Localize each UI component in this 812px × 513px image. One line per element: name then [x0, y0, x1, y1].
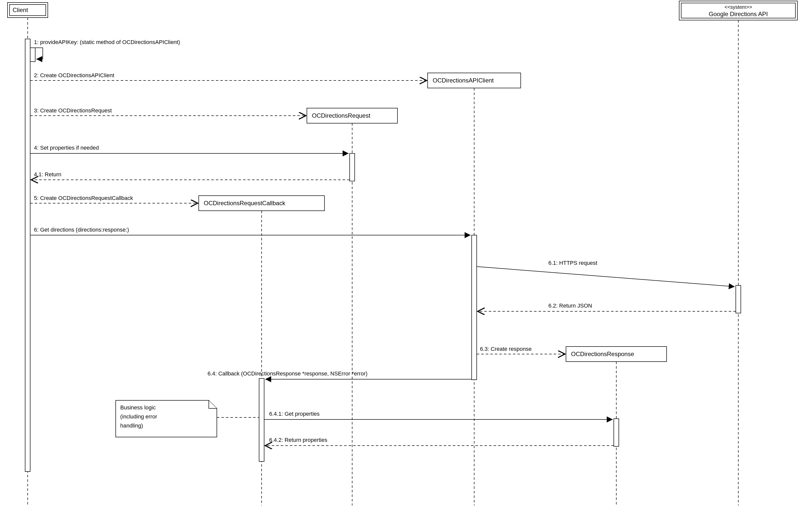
- activation-api-client: [472, 235, 477, 380]
- message-2-label: 2: Create OCDirectionsAPIClient: [34, 72, 114, 79]
- message-4: 4: Set properties if needed: [30, 145, 349, 153]
- message-6-3: 6.3: Create response: [477, 346, 565, 354]
- sequence-diagram: Client <<system>> Google Directions API …: [0, 0, 812, 513]
- message-4-1-label: 4.1: Return: [34, 171, 61, 178]
- participant-response-label: OCDirectionsResponse: [571, 351, 634, 357]
- message-3-label: 3: Create OCDirectionsRequest: [34, 108, 112, 114]
- participant-google: <<system>> Google Directions API: [679, 1, 798, 20]
- message-1-label: 1: provideAPIKey: (static method of OCDi…: [34, 39, 180, 45]
- activation-client: [25, 39, 30, 472]
- message-5: 5: Create OCDirectionsRequestCallback: [30, 195, 198, 203]
- message-1: 1: provideAPIKey: (static method of OCDi…: [30, 39, 180, 59]
- note-line-3: handling): [120, 422, 143, 429]
- message-4-label: 4: Set properties if needed: [34, 145, 99, 151]
- message-6-2: 6.2: Return JSON: [478, 303, 736, 311]
- participant-client: Client: [7, 2, 48, 18]
- message-6-2-label: 6.2: Return JSON: [548, 303, 592, 309]
- message-6-4-label: 6.4: Callback (OCDirectionsResponse *res…: [207, 370, 368, 377]
- svg-line-14: [477, 267, 735, 287]
- message-6-1: 6.1: HTTPS request: [477, 260, 735, 287]
- message-6-4-2: 6.4.2: Return properties: [265, 437, 614, 446]
- note-business-logic: Business logic (including error handling…: [116, 400, 259, 437]
- message-5-label: 5: Create OCDirectionsRequestCallback: [34, 195, 133, 201]
- message-6-4: 6.4: Callback (OCDirectionsResponse *res…: [207, 370, 472, 379]
- message-2: 2: Create OCDirectionsAPIClient: [30, 72, 427, 81]
- message-3: 3: Create OCDirectionsRequest: [30, 108, 306, 116]
- participant-request-label: OCDirectionsRequest: [312, 112, 370, 119]
- participant-request: OCDirectionsRequest: [307, 108, 398, 123]
- participant-callback: OCDirectionsRequestCallback: [199, 195, 324, 211]
- participant-callback-label: OCDirectionsRequestCallback: [204, 200, 286, 207]
- message-6-1-label: 6.1: HTTPS request: [548, 260, 597, 266]
- message-6-4-1-label: 6.4.1: Get properties: [269, 411, 320, 417]
- activation-response: [614, 419, 619, 446]
- message-6: 6: Get directions (directions:response:): [30, 227, 471, 235]
- activation-request: [350, 153, 355, 181]
- message-6-3-label: 6.3: Create response: [480, 346, 531, 352]
- participant-response: OCDirectionsResponse: [566, 346, 667, 362]
- participant-google-label: Google Directions API: [709, 10, 768, 17]
- activation-client-self: [30, 48, 35, 62]
- participant-api-client: OCDirectionsAPIClient: [428, 73, 521, 88]
- message-6-4-2-label: 6.4.2: Return properties: [269, 437, 327, 443]
- message-4-1: 4.1: Return: [31, 171, 350, 180]
- participant-client-label: Client: [12, 6, 28, 13]
- note-line-1: Business logic: [120, 404, 156, 411]
- note-line-2: (including error: [120, 414, 157, 420]
- message-6-label: 6: Get directions (directions:response:): [34, 227, 129, 233]
- participant-google-stereotype: <<system>>: [724, 4, 752, 10]
- participant-api-client-label: OCDirectionsAPIClient: [433, 77, 494, 84]
- activation-callback: [259, 379, 264, 461]
- message-6-4-1: 6.4.1: Get properties: [264, 411, 613, 419]
- activation-google: [736, 285, 741, 313]
